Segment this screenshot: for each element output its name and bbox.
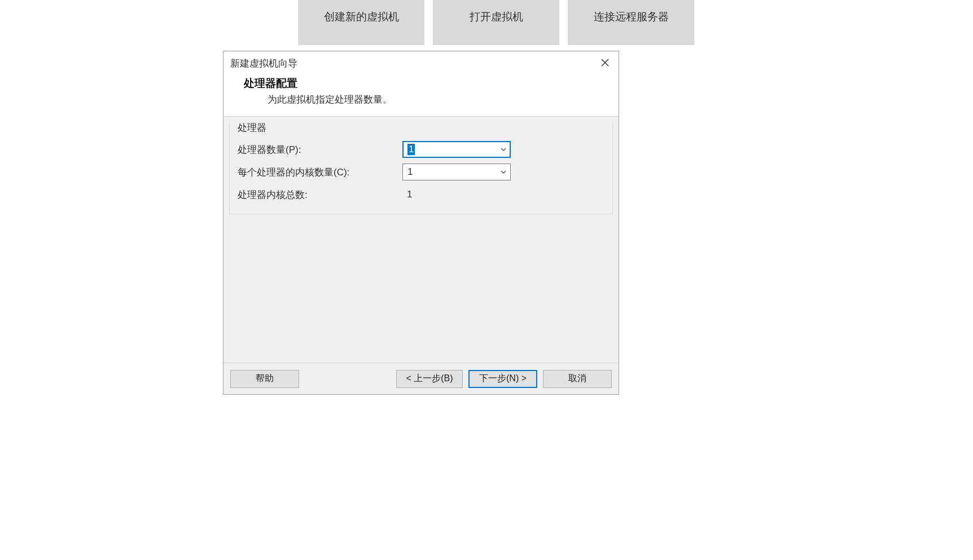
cores-per-processor-select[interactable]: 1	[402, 164, 511, 180]
total-cores-label: 处理器内核总数:	[238, 188, 402, 201]
create-vm-button[interactable]: 创建新的虚拟机	[298, 0, 424, 45]
new-vm-wizard-dialog: 新建虚拟机向导 处理器配置 为此虚拟机指定处理器数量。 处理器 处理器数量(P)…	[223, 51, 619, 395]
cores-per-processor-value: 1	[407, 166, 413, 178]
open-vm-button[interactable]: 打开虚拟机	[433, 0, 559, 45]
dialog-header-title: 处理器配置	[244, 76, 612, 91]
chevron-down-icon	[500, 169, 507, 175]
next-button[interactable]: 下一步(N) >	[468, 370, 537, 388]
dialog-header: 处理器配置 为此虚拟机指定处理器数量。	[223, 75, 619, 116]
back-button[interactable]: < 上一步(B)	[396, 370, 463, 388]
dialog-header-subtitle: 为此虚拟机指定处理器数量。	[244, 93, 612, 106]
dialog-body: 处理器 处理器数量(P): 1 每个处理器的内核数量(C): 1	[223, 116, 619, 363]
dialog-title: 新建虚拟机向导	[230, 57, 297, 70]
main-action-bar: 创建新的虚拟机 打开虚拟机 连接远程服务器	[298, 0, 694, 45]
chevron-down-icon	[500, 146, 507, 153]
cores-label: 每个处理器的内核数量(C):	[238, 166, 402, 179]
dialog-footer: 帮助 < 上一步(B) 下一步(N) > 取消	[223, 363, 619, 394]
cancel-button[interactable]: 取消	[543, 370, 612, 388]
processors-label: 处理器数量(P):	[238, 143, 402, 156]
dialog-titlebar: 新建虚拟机向导	[223, 51, 619, 75]
total-cores-value: 1	[402, 189, 412, 200]
processor-group: 处理器 处理器数量(P): 1 每个处理器的内核数量(C): 1	[229, 122, 613, 214]
group-label: 处理器	[235, 121, 269, 134]
processors-row: 处理器数量(P): 1	[238, 138, 604, 161]
help-button[interactable]: 帮助	[230, 370, 299, 388]
cores-row: 每个处理器的内核数量(C): 1	[238, 161, 604, 183]
connect-remote-button[interactable]: 连接远程服务器	[568, 0, 694, 45]
close-button[interactable]	[595, 55, 615, 72]
processors-count-select[interactable]: 1	[402, 141, 511, 158]
close-icon	[601, 58, 610, 69]
processors-count-value: 1	[407, 144, 415, 155]
total-row: 处理器内核总数: 1	[238, 183, 604, 206]
